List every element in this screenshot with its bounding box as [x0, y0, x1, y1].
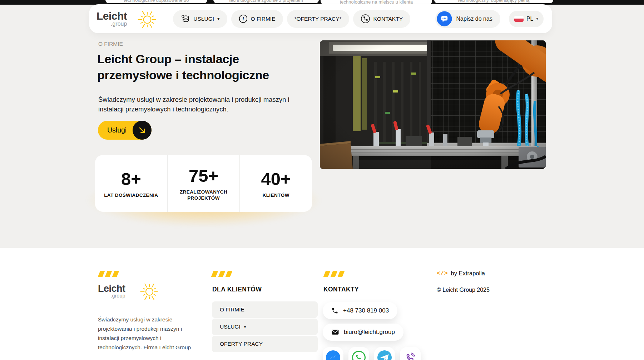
poland-flag-icon: [514, 16, 524, 22]
footer-about-text: Świadczymy usługi w zakresie projektowan…: [98, 315, 197, 352]
chevron-down-icon: ▾: [536, 16, 538, 21]
cta-label: Napisz do nas: [456, 16, 492, 22]
footer-logo[interactable]: Leicht .group: [98, 281, 160, 301]
write-to-us-button[interactable]: Napisz do nas: [435, 10, 500, 28]
arrow-down-right-icon: [133, 121, 152, 140]
footer-link-label: USŁUGI: [220, 324, 241, 330]
phone-link[interactable]: +48 730 819 003: [323, 302, 397, 319]
footer-link-uslugi[interactable]: USŁUGI ▾: [212, 319, 318, 335]
email-address: biuro@leicht.group: [344, 329, 395, 336]
copyright: © Leicht Group 2025: [437, 287, 490, 293]
strip-card: technologiczne zgodnie z projektem: [213, 0, 319, 3]
footer-heading-clients: DLA KLIENTÓW: [212, 286, 262, 293]
nav-label: O FIRMIE: [251, 16, 276, 22]
phone-icon: [361, 14, 370, 24]
phone-filled-icon: [331, 307, 338, 314]
chevron-down-icon: ▾: [217, 16, 220, 21]
footer-link-o-firmie[interactable]: O FIRMIE: [212, 301, 318, 318]
language-code: PL: [526, 16, 534, 22]
code-icon: </>: [437, 270, 448, 277]
credit-by[interactable]: </> by Extrapolia: [437, 270, 485, 277]
stat-value: 40+: [261, 169, 291, 189]
main-nav: USŁUGI ▾ i O FIRMIE *OFERTY PRACY* KONTA…: [173, 10, 410, 28]
footer-link-oferty-pracy[interactable]: OFERTY PRACY: [212, 336, 318, 352]
slashes-icon: [325, 271, 343, 277]
footer-link-label: O FIRMIE: [220, 306, 244, 313]
strip-fragment: technologiczne dopasowane do: [124, 0, 189, 3]
hero-image-robot-cell: [320, 40, 546, 169]
footer-client-links: O FIRMIE USŁUGI ▾ OFERTY PRACY: [212, 301, 318, 352]
footer-link-label: OFERTY PRACY: [220, 341, 263, 347]
stat-label: KLIENTÓW: [263, 192, 289, 198]
footer-heading-contacts: KONTAKTY: [323, 286, 359, 293]
social-links: [323, 347, 421, 360]
title-line: przemysłowe i technologiczne: [97, 67, 269, 83]
chevron-down-icon: ▾: [244, 325, 246, 329]
credit-by-label: by Extrapolia: [451, 270, 485, 277]
services-button-label: Usługi: [107, 126, 127, 134]
logo-name: Leicht: [98, 284, 125, 294]
logo-name: Leicht: [96, 11, 127, 21]
stat-value: 8+: [121, 169, 141, 189]
stat-value: 75+: [189, 166, 218, 186]
services-button[interactable]: Usługi: [98, 121, 152, 140]
logo[interactable]: Leicht .group: [96, 11, 127, 27]
strip-card: technologiczny, dopełniający pełną: [434, 0, 553, 3]
logo-suffix: .group: [111, 21, 127, 27]
strip-fragment: technologiczny, dopełniający pełną: [458, 0, 530, 3]
hero-eyebrow: O FIRMIE: [98, 41, 123, 47]
stat-projects: 75+ ZREALIZOWANYCH PROJEKTÓW: [167, 155, 240, 212]
chat-icon: [437, 11, 452, 26]
strip-card: technologiczne dopasowane do: [105, 0, 207, 3]
sun-icon: [139, 281, 160, 301]
stats-card: 8+ LAT DOŚWIADCZENIA 75+ ZREALIZOWANYCH …: [95, 155, 312, 212]
whatsapp-icon[interactable]: [348, 347, 369, 360]
nav-label: *OFERTY PRACY*: [294, 16, 342, 22]
stat-label: LAT DOŚWIADCZENIA: [104, 192, 158, 198]
nav-label: USŁUGI: [193, 16, 214, 22]
info-icon: i: [239, 14, 248, 23]
nav-item-o-firmie[interactable]: i O FIRMIE: [231, 10, 283, 28]
envelope-icon: [331, 329, 339, 335]
svg-text:i: i: [242, 16, 244, 21]
nav-item-uslugi[interactable]: USŁUGI ▾: [173, 10, 227, 28]
slashes-icon: [212, 271, 231, 277]
title-line: Leicht Group – instalacje: [97, 51, 269, 67]
stat-experience: 8+ LAT DOŚWIADCZENIA: [95, 155, 167, 212]
sun-icon: [137, 8, 158, 30]
stack-icon: [180, 14, 190, 24]
messenger-icon[interactable]: [323, 347, 343, 360]
viber-icon[interactable]: [400, 347, 421, 360]
language-selector[interactable]: PL ▾: [509, 11, 544, 27]
page-title: Leicht Group – instalacje przemysłowe i …: [97, 51, 269, 83]
stat-clients: 40+ KLIENTÓW: [239, 155, 312, 212]
email-link[interactable]: biuro@leicht.group: [323, 324, 403, 341]
hero-description: Świadczymy usługi w zakresie projektowan…: [98, 95, 293, 114]
footer: Leicht .group Świadczymy usługi w zakres…: [0, 248, 644, 360]
logo: Leicht .group: [98, 284, 125, 299]
telegram-icon[interactable]: [374, 347, 395, 360]
slashes-icon: [99, 271, 118, 277]
logo-suffix: .group: [110, 293, 125, 299]
nav-item-oferty-pracy[interactable]: *OFERTY PRACY*: [287, 10, 349, 28]
nav-label: KONTAKTY: [373, 16, 403, 22]
nav-item-kontakty[interactable]: KONTAKTY: [353, 10, 410, 28]
page: technologiczne dopasowane do technologic…: [0, 0, 644, 360]
phone-number: +48 730 819 003: [343, 307, 389, 314]
header: Leicht .group USŁUG: [89, 4, 552, 33]
stat-label: ZREALIZOWANYCH PROJEKTÓW: [177, 189, 231, 201]
strip-fragment: technologiczne zgodnie z projektem: [229, 0, 303, 3]
